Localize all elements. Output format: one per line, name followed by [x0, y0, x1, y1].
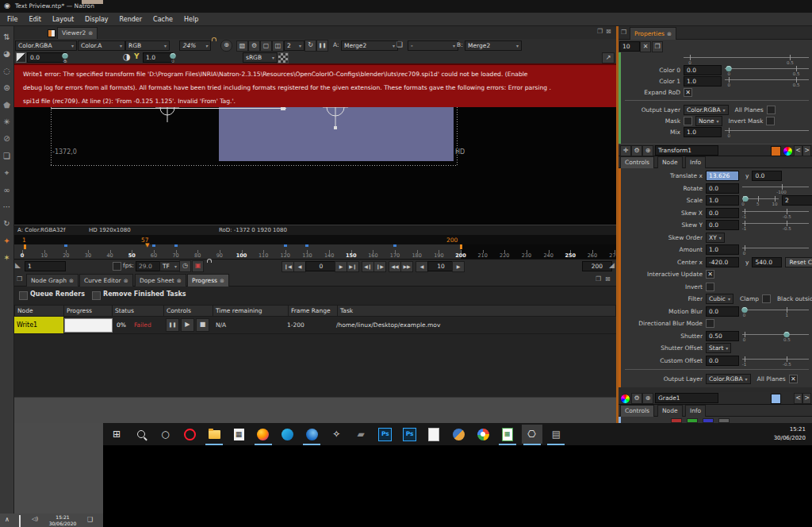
tab-transform-controls[interactable]: Controls	[620, 156, 654, 168]
refresh-icon[interactable]: ↻	[304, 40, 316, 52]
close-tab-icon[interactable]: ⊗	[124, 275, 128, 287]
photoshop-icon-2[interactable]: Ps	[400, 425, 420, 444]
close-tab-icon[interactable]: ⊗	[220, 275, 224, 287]
out-point-mark[interactable]	[460, 244, 462, 249]
prev-keyframe-button[interactable]: ◀◀	[389, 261, 401, 272]
filter-drop[interactable]: Cubic	[706, 294, 733, 304]
undo-button[interactable]: <	[794, 393, 802, 404]
node-help-icon[interactable]: ⊕	[642, 393, 653, 404]
restart-render-button[interactable]: ▶	[181, 318, 194, 332]
translate-x-field[interactable]: 0.0	[752, 171, 782, 181]
colorspace-dropdown[interactable]: sRGB	[243, 52, 278, 63]
progress-table-row[interactable]: Write1 0% Failed ❚❚ ▶ ■ N/A 1-200 /home/…	[14, 317, 616, 334]
keyer-nodes-icon[interactable]: ∞	[3, 184, 10, 201]
output-layer-chk[interactable]	[767, 106, 776, 114]
node-color-swatch[interactable]	[771, 394, 781, 404]
motion-blur-field[interactable]: 0.0	[706, 306, 739, 317]
corner-handle-icon[interactable]: ◣	[15, 261, 21, 269]
shutter-field[interactable]: 0.50	[706, 331, 739, 341]
file-explorer-icon[interactable]	[204, 425, 224, 444]
custom-offset-slider[interactable]: -1-0.5	[742, 356, 809, 366]
draw-nodes-icon[interactable]: ◕	[3, 48, 10, 64]
overlay-color-wheel-icon[interactable]	[783, 146, 793, 156]
mask-chk[interactable]	[684, 117, 692, 125]
output-layer-drop[interactable]: Color.RGBA	[706, 374, 751, 384]
fps-field[interactable]: 29.0	[136, 261, 161, 271]
gamma-icon[interactable]: Y	[134, 52, 140, 60]
col-node[interactable]: Node	[15, 306, 64, 316]
wipe-mode-icon[interactable]: ◫	[272, 40, 284, 52]
go-first-button[interactable]: ❙◀	[282, 261, 294, 272]
taskbar-clock[interactable]: 15:21 30/06/2020	[750, 425, 806, 443]
step-back-button[interactable]: ◀	[416, 261, 428, 272]
image-nodes-icon[interactable]: ⇅	[3, 31, 10, 48]
frame-increment-field[interactable]: 10	[427, 261, 454, 271]
in-point-field[interactable]: 1	[25, 261, 66, 271]
tab-properties[interactable]: Properties ⊗	[630, 27, 676, 40]
color-1-slider[interactable]: 00.5	[725, 76, 809, 87]
mix-slider[interactable]: 0	[725, 127, 809, 137]
app-icon-unknown[interactable]: ▤	[546, 425, 566, 444]
menu-item[interactable]: Help	[178, 16, 204, 23]
tab-dope-sheet[interactable]: Dope Sheet⊗	[135, 274, 186, 287]
pane-anchor-icon[interactable]: ❒	[17, 275, 22, 283]
close-tab-icon[interactable]: ⊗	[667, 29, 672, 40]
calculator-icon[interactable]: ▦	[228, 425, 249, 444]
go-last-button[interactable]: ▶❙	[347, 261, 359, 272]
a-input-dropdown[interactable]: Merge2	[341, 40, 398, 51]
close-tab-icon[interactable]: ⊗	[69, 275, 74, 287]
checkerboard-icon[interactable]	[278, 52, 289, 63]
color-nodes-icon[interactable]: ⬟	[3, 99, 10, 116]
next-increment-button[interactable]: ❙▶	[373, 261, 386, 272]
col-task[interactable]: Task	[338, 306, 615, 316]
tray-speaker-icon[interactable]: ◁)	[32, 516, 38, 522]
search-icon[interactable]	[131, 425, 151, 444]
gain-icon[interactable]	[16, 52, 26, 63]
tray-clock[interactable]: 15:21 30/06/2020	[44, 514, 81, 527]
expand-rod-chk[interactable]: ✕	[684, 88, 692, 97]
filter-nodes-icon[interactable]: ✳	[3, 116, 10, 133]
operator-layers-icon[interactable]: ❏	[396, 40, 403, 48]
node-color-swatch[interactable]	[771, 146, 781, 156]
tab-grade-info[interactable]: Info	[685, 405, 706, 417]
motion-blur-slider-handle[interactable]	[741, 307, 747, 313]
opera-icon[interactable]	[179, 425, 200, 444]
step-forward-button[interactable]: ▶	[452, 261, 465, 272]
prev-frame-button[interactable]: ◀	[293, 261, 306, 272]
menu-item[interactable]: File	[2, 16, 23, 23]
menu-item[interactable]: Edit	[23, 16, 47, 23]
in-point-mark[interactable]	[24, 244, 26, 249]
minimize-panels-button[interactable]: ❐	[652, 41, 663, 52]
skew-x-slider[interactable]: -1-0.5	[742, 208, 809, 218]
center-x-field[interactable]: 540.0	[752, 257, 782, 267]
natron-icon[interactable]: ⎔	[522, 425, 542, 444]
menu-item[interactable]: Layout	[47, 16, 79, 23]
document-icon[interactable]	[423, 425, 444, 444]
prev-increment-button[interactable]: ◀❙	[362, 261, 374, 272]
col-controls[interactable]: Controls	[164, 306, 213, 316]
chrome-icon[interactable]	[473, 425, 493, 444]
pane-anchor-icon[interactable]: ❒	[621, 29, 626, 36]
skew-order-drop[interactable]: XY	[706, 233, 725, 243]
output-layer-chk[interactable]: ✕	[789, 375, 798, 383]
thunderbird-icon[interactable]	[301, 425, 322, 444]
rotate-field[interactable]: 0.0	[706, 183, 739, 194]
tab-curve-editor[interactable]: Curve Editor⊗	[79, 274, 133, 287]
col-status[interactable]: Status	[113, 306, 164, 316]
translate-x-field[interactable]: 13.626	[706, 171, 739, 181]
col-progress[interactable]: Progress	[64, 306, 113, 316]
center-x-field[interactable]: -420.0	[706, 257, 739, 267]
pane-marker-icon[interactable]	[48, 29, 56, 37]
close-tab-icon[interactable]: ⊗	[177, 275, 182, 287]
filter-chk[interactable]	[762, 294, 771, 303]
alpha-channel-dropdown[interactable]: Color.A	[78, 40, 125, 51]
realtime-clock-icon[interactable]: ◷	[179, 260, 191, 272]
redo-button[interactable]: >	[802, 145, 811, 156]
shutter-offset-drop[interactable]: Start	[706, 343, 731, 353]
next-keyframe-button[interactable]: ▶▶	[400, 261, 413, 272]
amount-slider[interactable]: 0	[742, 244, 809, 255]
color-1-field[interactable]: 1.0	[684, 76, 722, 87]
disc-app-icon[interactable]	[448, 425, 469, 444]
center-x-btn[interactable]: Reset Center	[785, 257, 812, 267]
tab-viewer2[interactable]: Viewer2 ⊗	[57, 27, 98, 39]
